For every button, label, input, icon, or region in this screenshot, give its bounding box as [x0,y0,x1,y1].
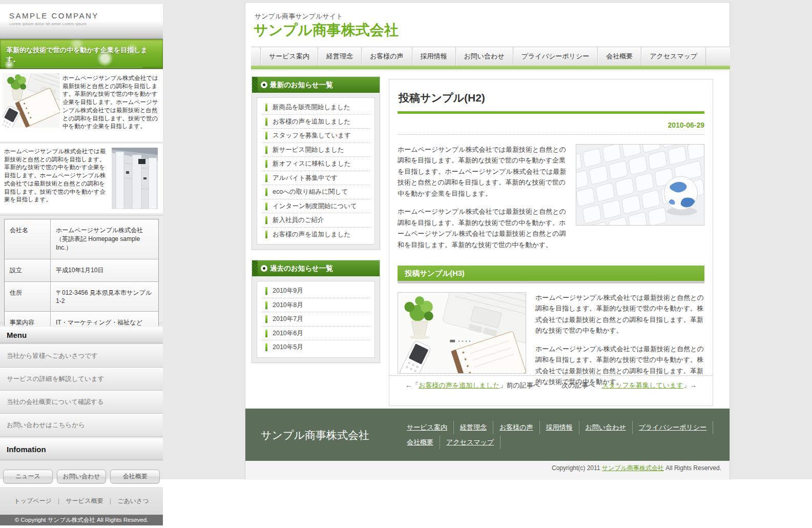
sidebar-button[interactable]: 会社概要 [110,470,160,483]
news-item[interactable]: 新サービス開始しました [261,143,370,157]
main-navigation: サービス案内 経営理念 お客様の声 採用情報 お問い合わせ プライバシーポリシー… [251,47,730,71]
next-label-pre: 次の記事へ「 [561,381,602,389]
news-item[interactable]: 新入社員のご紹介 [261,213,370,228]
news-item[interactable]: お客様の声を追加しました [261,115,370,129]
sidebar-menu-item[interactable]: 当社の会社概要について確認する [0,391,163,414]
company-table-row: 会社名 ホームページサンプル株式会社（英語表記 Homepage sample … [5,219,158,259]
sidebar-button[interactable]: お問い合わせ [57,470,107,483]
prev-label-post: 」前の記事へ [499,381,540,389]
archive-list: 2010年9月 2010年8月 2010年7月 2010年6月 2010年5月 [257,281,375,358]
article-paragraph-2: ホームページサンプル株式会社では最新技術と自然との調和を目指します。革新的な技術… [398,206,567,250]
heading-underline [398,111,704,114]
article-bottom-divider [389,375,713,376]
footer-links: サービス案内経営理念お客様の声採用情報お問い合わせプライバシーポリシー 会社概要… [401,421,721,451]
news-item[interactable]: 新商品を販売開始しました [261,100,370,115]
article-pagination: ←「お客様の声を追加しました」前の記事へ次の記事へ「スタッフを募集しています」→ [389,381,713,390]
company-table-row: 住所 〒012-3456 見本県見本市サンプル1-2 [5,282,158,312]
sidebar-menu: 当社から皆様へごあいさつです サービスの詳細を解説しています 当社の会社概要につ… [0,344,163,437]
sidebar-intro-text-2: ホームページサンプル株式会社では最新技術と自然との調和を目指します。革新的な技術… [4,148,109,204]
sidebar-info-header: Infomation [0,438,163,460]
footer-site-title: サンプル商事株式会社 [261,428,369,442]
laptop-desk-photo [398,292,526,374]
sidebar-bottom-link[interactable]: サービス概要 [66,497,118,505]
latest-news-title: 最新のお知らせ一覧 [270,81,333,89]
footer-link[interactable]: 会社概要 [401,436,440,449]
nav-tab[interactable]: サービス案内 [260,47,318,66]
sidebar-bottom-link[interactable]: トップページ [14,497,66,505]
company-table-label: 住所 [5,282,51,311]
news-item[interactable]: 新オフィスに移転しました [261,157,370,171]
sidebar-menu-item[interactable]: 当社から皆様へごあいさつです [0,344,163,368]
sidebar: SAMPLE COMPANY Lorem ipsum dolor sit ame… [0,0,163,528]
copyright-bar: Copyright(c) 2011 サンプル商事株式会社 All Rights … [245,461,730,480]
sidebar-menu-item[interactable]: サービスの詳細を解説しています [0,368,163,391]
keyboard-globe-photo: Enter ↵ [576,144,704,226]
next-label-post: 」→ [683,381,697,389]
article-text-2: ホームページサンプル株式会社では最新技術と自然との調和を目指します。革新的な技術… [535,292,704,395]
building-interior-photo [112,148,158,209]
archive-title: 過去のお知らせ一覧 [270,265,333,272]
latest-news-list: 新商品を販売開始しました お客様の声を追加しました スタッフを募集しています 新… [257,97,375,245]
nav-green-strip [251,66,730,69]
article-text-1: ホームページサンプル株式会社では最新技術と自然との調和を目指します。革新的な技術… [398,144,567,257]
company-table-row: 設立 平成10年1月10日 [5,259,158,282]
archive-item[interactable]: 2010年6月 [261,327,370,341]
sidebar-copyright: © Copyright サンプル株式会社 All Rights Reseved. [0,515,163,525]
nav-underline [251,69,730,71]
sidebar-logo: SAMPLE COMPANY Lorem ipsum dolor sit ame… [0,4,163,38]
news-item[interactable]: アルバイト募集中です [261,171,370,186]
sidebar-menu-header: Menu [0,326,163,343]
article-section-1: ホームページサンプル株式会社では最新技術と自然との調和を目指します。革新的な技術… [398,144,704,257]
copyright-pre: Copyright(c) 2011 [552,464,602,472]
archive-panel: 過去のお知らせ一覧 2010年9月 2010年8月 2010年7月 2010年6… [252,260,380,363]
footer-link[interactable]: サービス案内 [401,421,454,434]
sidebar-menu-item[interactable]: お問い合わせはこちらから [0,414,163,437]
prev-article-link[interactable]: お客様の声を追加しました [419,381,499,389]
site-title: サンプル商事株式会社 [254,21,399,40]
logo-subtitle: Lorem ipsum dolor sit amet Lorem ipsum [9,22,163,26]
archive-item[interactable]: 2010年9月 [261,284,370,298]
company-table-value: 平成10年1月10日 [51,259,158,281]
news-item[interactable]: インターン制度開始について [261,199,370,214]
page-footer: サンプル商事株式会社 サービス案内経営理念お客様の声採用情報お問い合わせプライバ… [245,409,730,461]
nav-tab[interactable]: 経営理念 [318,47,361,66]
news-item[interactable]: お客様の声を追加しました [261,228,370,242]
news-item[interactable]: ecoへの取り組みに関して [261,185,370,199]
sidebar-intro-section-2: ホームページサンプル株式会社では最新技術と自然との調和を目指します。革新的な技術… [0,144,163,213]
footer-link[interactable]: 採用情報 [540,421,579,434]
nav-tab[interactable]: 会社概要 [597,47,641,66]
next-article: 次の記事へ「スタッフを募集しています」→ [561,381,697,389]
article-date: 2010-06-29 [398,121,704,129]
archive-item[interactable]: 2010年7月 [261,312,370,327]
copyright-company-link[interactable]: サンプル商事株式会社 [602,464,664,472]
news-item[interactable]: スタッフを募集しています [261,129,370,143]
footer-link[interactable]: プライバシーポリシー [633,421,713,434]
nav-tab[interactable]: お問い合わせ [455,47,513,66]
footer-link[interactable]: お問い合わせ [579,421,633,434]
footer-link[interactable]: お客様の声 [493,421,540,434]
bullet-icon [261,82,267,88]
footer-link[interactable]: 経営理念 [454,421,493,434]
next-article-link[interactable]: スタッフを募集しています [602,381,683,389]
latest-news-panel: 最新のお知らせ一覧 新商品を販売開始しました お客様の声を追加しました スタッフ… [252,76,380,250]
sidebar-button[interactable]: ニュース [3,470,53,483]
main-content: サンプル商事サンプルサイト サンプル商事株式会社 サービス案内 経営理念 お客様… [245,2,730,479]
archive-item[interactable]: 2010年8月 [261,298,370,313]
footer-link[interactable]: アクセスマップ [440,436,501,449]
company-table-label: 会社名 [5,219,51,259]
desk-plant-photo [3,73,60,128]
article: 投稿サンプル(H2) 2010-06-29 ホームページサンプル株式会社では最新… [389,79,713,406]
nav-tab[interactable]: 採用情報 [412,47,455,66]
sidebar-bottom-links: トップページ サービス概要 ごあいさつ [0,487,163,515]
latest-news-header: 最新のお知らせ一覧 [252,77,380,93]
article-paragraph-1: ホームページサンプル株式会社では最新技術と自然との調和を目指します。革新的な技術… [398,144,567,199]
article-heading: 投稿サンプル(H2) [399,91,704,105]
archive-item[interactable]: 2010年5月 [261,340,370,355]
nav-tab[interactable]: お客様の声 [361,47,412,66]
logo-title: SAMPLE COMPANY [9,11,163,20]
sidebar-bottom-link[interactable]: ごあいさつ [117,497,149,505]
archive-header: 過去のお知らせ一覧 [252,260,380,276]
prev-label-pre: ←「 [405,381,419,389]
nav-tab[interactable]: プライバシーポリシー [513,47,597,66]
nav-tab[interactable]: アクセスマップ [641,47,706,66]
